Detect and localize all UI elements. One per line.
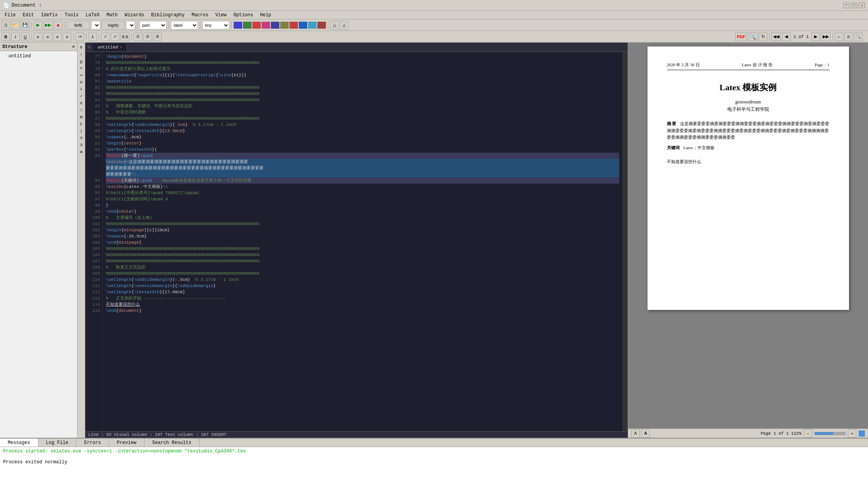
align-justify-btn[interactable]: ≡ bbox=[63, 33, 71, 41]
part-select[interactable]: part bbox=[140, 21, 167, 29]
strip-btn-8[interactable]: ✓ bbox=[78, 93, 84, 99]
special1-btn[interactable]: ① bbox=[134, 33, 142, 41]
tab-messages[interactable]: Messages bbox=[0, 439, 38, 447]
zoom-slider[interactable] bbox=[815, 432, 846, 435]
color-btn-7[interactable] bbox=[289, 22, 298, 29]
color-btn-10[interactable] bbox=[317, 22, 326, 29]
menu-bibliography[interactable]: Bibliography bbox=[148, 12, 188, 19]
lambda-btn[interactable]: λ bbox=[88, 33, 97, 41]
color-btn-8[interactable] bbox=[299, 22, 307, 29]
preview-find-btn1[interactable]: A bbox=[631, 429, 640, 438]
tab-log[interactable]: Log File bbox=[38, 439, 77, 447]
tab-errors[interactable]: Errors bbox=[76, 439, 109, 447]
bold-button[interactable]: B bbox=[2, 33, 10, 41]
menu-wizards[interactable]: Wizards bbox=[122, 12, 147, 19]
strip-btn-2[interactable]: I bbox=[78, 51, 84, 57]
arrow1-btn[interactable]: ⇒ bbox=[76, 33, 84, 41]
strip-btn-16[interactable]: ⊕ bbox=[78, 149, 84, 155]
color-btn-1[interactable] bbox=[234, 22, 242, 29]
document-icon: 📄 bbox=[3, 2, 9, 9]
sync-btn[interactable]: ↔ bbox=[835, 33, 843, 41]
close-button[interactable]: ✕ bbox=[859, 3, 865, 8]
open-button[interactable]: 📂 bbox=[11, 21, 20, 29]
active-tab[interactable]: untitled ✕ bbox=[93, 44, 127, 51]
menu-macros[interactable]: Macros bbox=[189, 12, 212, 19]
menu-math[interactable]: Math bbox=[103, 12, 121, 19]
align-right-btn[interactable]: ≡ bbox=[53, 33, 62, 41]
stop-button[interactable]: ■ bbox=[54, 21, 62, 29]
menu-file[interactable]: File bbox=[2, 12, 19, 19]
prev-btn[interactable]: ◀ bbox=[782, 33, 790, 41]
strip-btn-14[interactable]: ① bbox=[78, 135, 84, 141]
left-bracket-select[interactable]: ▼ bbox=[91, 21, 100, 29]
tab-search[interactable]: Search Results bbox=[145, 439, 200, 447]
color-btn-3[interactable] bbox=[252, 22, 261, 29]
copy-btn[interactable]: ⎘ bbox=[844, 33, 853, 41]
special2-btn[interactable]: ② bbox=[143, 33, 152, 41]
left-bracket-button[interactable]: \left( bbox=[67, 21, 90, 29]
menu-view[interactable]: View bbox=[212, 12, 230, 19]
check1-btn[interactable]: ✓ bbox=[101, 33, 110, 41]
color-btn-2[interactable] bbox=[243, 22, 251, 29]
strip-btn-13[interactable]: ∫ bbox=[78, 128, 84, 134]
zoom-in-btn[interactable]: 🔍 bbox=[748, 33, 758, 41]
structure-close-btn[interactable]: ✕ bbox=[72, 44, 75, 50]
build-button[interactable]: ▶ bbox=[34, 21, 42, 29]
align-center-btn[interactable]: ≡ bbox=[43, 33, 52, 41]
code-content[interactable]: \begin{document} %%%%%%%%%%%%%%%%%%%%%%%… bbox=[103, 52, 622, 431]
size-select[interactable]: tiny bbox=[202, 21, 229, 29]
triangle-btn2[interactable]: △ bbox=[340, 21, 348, 29]
zoom-out-btn2[interactable]: − bbox=[804, 429, 812, 438]
maximize-button[interactable]: □ bbox=[851, 3, 857, 8]
special3-btn[interactable]: ③ bbox=[153, 33, 162, 41]
strip-btn-5[interactable]: ⇒ bbox=[78, 72, 84, 78]
minimize-button[interactable]: ─ bbox=[843, 3, 849, 8]
next-btn[interactable]: ▶ bbox=[811, 33, 820, 41]
label-select[interactable]: label bbox=[171, 21, 198, 29]
strip-btn-15[interactable]: ② bbox=[78, 142, 84, 148]
strip-btn-12[interactable]: Σ bbox=[78, 121, 84, 127]
pdf-view-btn[interactable]: PDF bbox=[735, 33, 747, 41]
color-btn-5[interactable] bbox=[271, 22, 279, 29]
menu-help[interactable]: Help bbox=[257, 12, 274, 19]
refresh-btn[interactable]: ↻ bbox=[759, 33, 767, 41]
compile-button[interactable]: ▶▶ bbox=[43, 21, 53, 29]
color-btn-6[interactable] bbox=[280, 22, 289, 29]
check2-btn[interactable]: ✓ bbox=[111, 33, 119, 41]
strip-btn-11[interactable]: ⊞ bbox=[78, 114, 84, 120]
menu-idefix[interactable]: Idefix bbox=[38, 12, 61, 19]
menu-latex[interactable]: LaTeX bbox=[83, 12, 103, 19]
strip-btn-1[interactable]: B bbox=[78, 44, 84, 50]
strip-btn-10[interactable]: □ bbox=[78, 107, 84, 113]
tab-close-btn[interactable]: ✕ bbox=[120, 45, 122, 50]
strip-btn-6[interactable]: Ω bbox=[78, 79, 84, 85]
color-btn-4[interactable] bbox=[262, 22, 270, 29]
prev-page-btn[interactable]: ◀◀ bbox=[772, 33, 781, 41]
italic-button[interactable]: I bbox=[11, 33, 20, 41]
menu-options[interactable]: Options bbox=[231, 12, 256, 19]
preview-date: 2020 年 5 月 30 日 bbox=[667, 62, 700, 68]
menu-edit[interactable]: Edit bbox=[20, 12, 37, 19]
editor-scrollbar[interactable] bbox=[622, 52, 628, 431]
structure-item[interactable]: 📄 untitled bbox=[2, 53, 76, 60]
right-bracket-select[interactable]: ▼ bbox=[126, 21, 135, 29]
menu-tools[interactable]: Tools bbox=[62, 12, 82, 19]
linenum-btn[interactable]: 8.8 bbox=[121, 33, 129, 41]
strip-btn-4[interactable]: ≡ bbox=[78, 65, 84, 71]
color-btn-9[interactable] bbox=[308, 22, 317, 29]
right-bracket-button[interactable]: \right) bbox=[102, 21, 125, 29]
save-button[interactable]: 💾 bbox=[21, 21, 29, 29]
strip-btn-9[interactable]: 8 bbox=[78, 100, 84, 106]
tab-preview[interactable]: Preview bbox=[109, 439, 144, 447]
zoom-in-btn2[interactable]: + bbox=[848, 429, 856, 438]
zoom-out-btn[interactable]: 🔍 bbox=[854, 33, 863, 41]
preview-find-btn2[interactable]: A bbox=[641, 429, 650, 438]
strip-btn-3[interactable]: U bbox=[78, 58, 84, 64]
structure-header: Structure ✕ bbox=[0, 43, 77, 51]
new-button[interactable]: 🗋 bbox=[2, 21, 10, 29]
next-page-btn[interactable]: ▶▶ bbox=[821, 33, 830, 41]
triangle-btn1[interactable]: △ bbox=[330, 21, 339, 29]
underline-button[interactable]: U bbox=[21, 33, 29, 41]
align-left-btn[interactable]: ≡ bbox=[34, 33, 42, 41]
strip-btn-7[interactable]: λ bbox=[78, 86, 84, 92]
